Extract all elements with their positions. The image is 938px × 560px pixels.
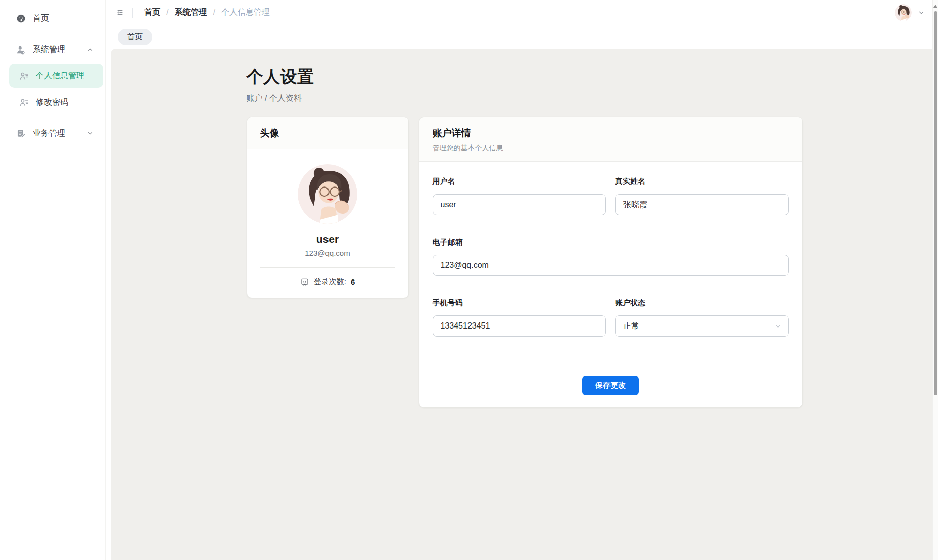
sidebar-item-label: 首页 <box>33 13 94 24</box>
dashboard-icon <box>15 13 26 24</box>
sidebar-item-personal-info[interactable]: 个人信息管理 <box>9 64 103 88</box>
account-card-title: 账户详情 <box>433 127 789 140</box>
avatar-card-title: 头像 <box>260 127 395 140</box>
divider <box>260 267 395 268</box>
divider <box>132 8 133 18</box>
user-gear-icon <box>15 44 26 55</box>
sidebar-item-label: 业务管理 <box>33 128 85 139</box>
status-select-value: 正常 <box>623 321 639 332</box>
breadcrumb-home[interactable]: 首页 <box>144 7 160 18</box>
email-label: 电子邮箱 <box>433 238 789 247</box>
chevron-down-icon <box>918 9 925 16</box>
user-list-icon <box>18 70 29 81</box>
scrollbar-thumb[interactable] <box>934 11 937 395</box>
tab-home[interactable]: 首页 <box>118 29 152 45</box>
tab-bar: 首页 <box>106 25 938 49</box>
login-count-icon <box>300 277 309 287</box>
status-select[interactable]: 正常 <box>615 315 789 337</box>
login-count-row: 登录次数: 6 <box>259 277 396 287</box>
username-label: 用户名 <box>433 177 606 186</box>
page-subtitle: 账户 / 个人资料 <box>247 93 803 104</box>
user-list-icon <box>18 97 29 108</box>
breadcrumb-separator: / <box>213 8 215 17</box>
window-scrollbar[interactable] <box>932 0 938 560</box>
breadcrumb: 首页 / 系统管理 / 个人信息管理 <box>144 7 270 18</box>
account-card-subtitle: 管理您的基本个人信息 <box>433 144 789 153</box>
login-count-label: 登录次数: <box>314 277 346 287</box>
user-menu[interactable] <box>895 4 925 21</box>
breadcrumb-current: 个人信息管理 <box>221 7 270 18</box>
username-input[interactable] <box>433 194 606 215</box>
sidebar-item-label: 个人信息管理 <box>36 71 96 81</box>
phone-input[interactable] <box>433 315 606 337</box>
save-button[interactable]: 保存更改 <box>582 376 639 395</box>
sidebar-item-label: 修改密码 <box>36 97 94 108</box>
main-area: 首页 / 系统管理 / 个人信息管理 首页 个人设置 账 <box>106 0 938 560</box>
breadcrumb-system-management[interactable]: 系统管理 <box>174 7 207 18</box>
avatar-card: 头像 user 123@qq.com <box>247 117 409 298</box>
realname-label: 真实姓名 <box>615 177 789 186</box>
clipboard-edit-icon <box>15 128 26 139</box>
email-input[interactable] <box>433 255 789 276</box>
page-content: 个人设置 账户 / 个人资料 头像 user 123@qq.c <box>111 49 938 560</box>
chevron-up-icon <box>87 46 94 53</box>
sidebar-item-label: 系统管理 <box>33 44 85 55</box>
chevron-down-icon <box>87 130 94 137</box>
profile-email: 123@qq.com <box>259 249 396 257</box>
breadcrumb-separator: / <box>166 8 168 17</box>
profile-username: user <box>259 233 396 245</box>
scrollbar-up-arrow-icon[interactable] <box>933 5 937 8</box>
sidebar-item-change-password[interactable]: 修改密码 <box>0 91 101 113</box>
sidebar-item-business-management[interactable]: 业务管理 <box>0 122 101 145</box>
sidebar-item-home[interactable]: 首页 <box>0 7 101 29</box>
sidebar-item-system-management[interactable]: 系统管理 <box>0 38 101 61</box>
sidebar: 首页 系统管理 <box>0 0 106 560</box>
chevron-down-icon <box>774 322 782 330</box>
user-avatar <box>895 4 912 21</box>
status-label: 账户状态 <box>615 298 789 308</box>
account-card-header: 账户详情 管理您的基本个人信息 <box>419 117 802 162</box>
app-window: 首页 系统管理 <box>0 0 938 560</box>
phone-label: 手机号码 <box>433 298 606 308</box>
sidebar-collapse-icon[interactable] <box>117 9 123 16</box>
page-title: 个人设置 <box>247 66 803 88</box>
topbar: 首页 / 系统管理 / 个人信息管理 <box>106 0 938 25</box>
avatar-card-header: 头像 <box>247 117 408 149</box>
divider <box>433 364 789 364</box>
realname-input[interactable] <box>615 194 789 215</box>
profile-avatar <box>298 164 357 224</box>
login-count-value: 6 <box>351 277 355 286</box>
account-details-card: 账户详情 管理您的基本个人信息 用户名 真实姓名 <box>419 117 803 408</box>
